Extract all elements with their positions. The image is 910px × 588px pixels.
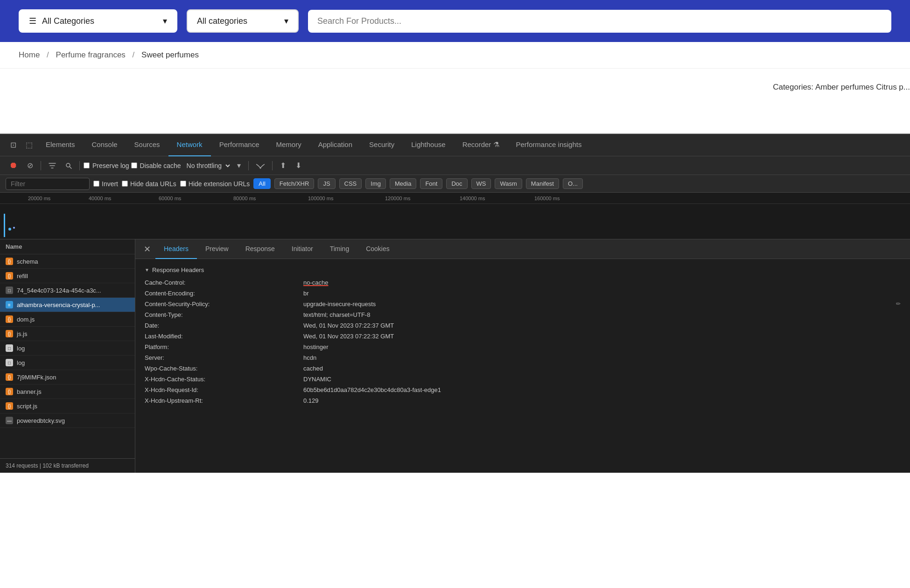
- tab-recorder[interactable]: Recorder ⚗: [454, 134, 508, 156]
- search-input[interactable]: [308, 10, 891, 33]
- record-stop-btn[interactable]: ⏺: [6, 159, 21, 172]
- breadcrumb-home[interactable]: Home: [19, 50, 40, 59]
- details-tab-cookies[interactable]: Cookies: [357, 239, 398, 259]
- toolbar-sep2: [79, 161, 80, 170]
- alhambra-name: alhambra-versencia-crystal-p...: [17, 301, 100, 308]
- disable-cache-checkbox[interactable]: [131, 162, 137, 168]
- search-btn[interactable]: [62, 161, 76, 171]
- filter-icon-btn[interactable]: [45, 160, 60, 171]
- breadcrumb-current: Sweet perfumes: [141, 50, 199, 59]
- header-hcdn-cache-value: DYNAMIC: [303, 376, 901, 383]
- svg-point-2: [259, 167, 261, 168]
- timeline-activity-bar: [4, 214, 5, 237]
- tab-security[interactable]: Security: [361, 134, 403, 156]
- filter-tag-css[interactable]: CSS: [339, 178, 362, 189]
- header-content-encoding: Content-Encoding: br: [145, 290, 901, 297]
- filter-tag-manifest[interactable]: Manifest: [526, 178, 559, 189]
- details-close-btn[interactable]: ✕: [139, 242, 155, 256]
- tab-network[interactable]: Network: [168, 134, 211, 156]
- wifi-icon-btn[interactable]: [252, 161, 268, 171]
- all-categories-label: All categories: [197, 16, 247, 26]
- list-item-domjs[interactable]: {} dom.js: [0, 312, 135, 327]
- header-csp: Content-Security-Policy: upgrade-insecur…: [145, 301, 901, 308]
- throttle-select[interactable]: No throttling: [183, 161, 231, 171]
- list-item-alhambra[interactable]: ≡ alhambra-versencia-crystal-p...: [0, 298, 135, 312]
- header-hcdn-upstream-name: X-Hcdn-Upstream-Rt:: [145, 397, 303, 404]
- hide-data-urls-label[interactable]: Hide data URLs: [122, 180, 176, 188]
- filter-tag-img[interactable]: Img: [365, 178, 386, 189]
- filter-tag-font[interactable]: Font: [420, 178, 442, 189]
- name-list-header: Name: [0, 239, 135, 254]
- filter-tag-other[interactable]: O...: [563, 178, 583, 189]
- all-categories-dropdown[interactable]: All categories ▾: [187, 9, 299, 33]
- timeline-dot-1: [8, 228, 11, 231]
- list-item-log1[interactable]: □ log: [0, 341, 135, 356]
- hide-extension-urls-checkbox[interactable]: [180, 181, 186, 187]
- upload-btn[interactable]: ⬆: [276, 159, 290, 172]
- filter-tag-wasm[interactable]: Wasm: [495, 178, 522, 189]
- tab-perf-insights[interactable]: Performance insights: [508, 134, 590, 156]
- preserve-log-checkbox[interactable]: [84, 162, 90, 168]
- disable-cache-label[interactable]: Disable cache: [131, 162, 181, 169]
- details-tab-response[interactable]: Response: [237, 239, 283, 259]
- list-item-scriptjs[interactable]: {} script.js: [0, 399, 135, 413]
- list-item-74[interactable]: □ 74_54e4c073-124a-454c-a3c...: [0, 283, 135, 298]
- categories-button[interactable]: ☰ All Categories ▾: [19, 9, 177, 33]
- tab-sources[interactable]: Sources: [126, 134, 168, 156]
- breadcrumb-perfume[interactable]: Perfume fragrances: [56, 50, 126, 59]
- header-wpo-name: Wpo-Cache-Status:: [145, 365, 303, 372]
- filter-tag-all[interactable]: All: [253, 178, 270, 189]
- clear-btn[interactable]: ⊘: [23, 159, 37, 172]
- tab-application[interactable]: Application: [310, 134, 361, 156]
- filter-tag-doc[interactable]: Doc: [446, 178, 467, 189]
- list-item-refill[interactable]: {} refill: [0, 269, 135, 283]
- svg-line-1: [70, 167, 72, 168]
- filter-tag-fetch-xhr[interactable]: Fetch/XHR: [274, 178, 315, 189]
- filter-tag-media[interactable]: Media: [390, 178, 416, 189]
- response-headers-title: ▼ Response Headers: [145, 266, 901, 273]
- list-item-json[interactable]: {} 7j9MIMFk.json: [0, 370, 135, 385]
- tab-performance[interactable]: Performance: [211, 134, 268, 156]
- filter-row: Invert Hide data URLs Hide extension URL…: [0, 175, 910, 193]
- log1-icon: □: [6, 344, 13, 352]
- dropdown-chevron-icon: ▾: [284, 16, 288, 26]
- domjs-icon: {}: [6, 315, 13, 323]
- devtools-dock-icon[interactable]: ⊡: [6, 138, 21, 152]
- details-tab-initiator[interactable]: Initiator: [283, 239, 322, 259]
- list-item-schema[interactable]: {} schema: [0, 254, 135, 269]
- header-last-modified: Last-Modified: Wed, 01 Nov 2023 07:22:32…: [145, 333, 901, 340]
- tab-memory[interactable]: Memory: [268, 134, 310, 156]
- header-wpo-value: cached: [303, 365, 901, 372]
- edit-icon[interactable]: ✏: [896, 301, 901, 307]
- refill-name: refill: [17, 273, 28, 280]
- list-item-svg[interactable]: — poweredbtcky.svg: [0, 413, 135, 428]
- invert-checkbox[interactable]: [93, 181, 99, 187]
- log2-name: log: [17, 359, 25, 366]
- list-item-bannerjs[interactable]: {} banner.js: [0, 385, 135, 399]
- preserve-log-label[interactable]: Preserve log: [84, 162, 129, 169]
- devtools-inspect-icon[interactable]: ⬚: [21, 138, 37, 152]
- timeline-chart[interactable]: [0, 204, 910, 239]
- details-tab-preview[interactable]: Preview: [197, 239, 237, 259]
- filter-input[interactable]: [6, 178, 90, 190]
- header-hcdn-cache: X-Hcdn-Cache-Status: DYNAMIC: [145, 376, 901, 383]
- tab-elements[interactable]: Elements: [37, 134, 84, 156]
- tab-lighthouse[interactable]: Lighthouse: [403, 134, 454, 156]
- filter-tag-ws[interactable]: WS: [471, 178, 491, 189]
- svg-name: poweredbtcky.svg: [17, 417, 65, 424]
- list-item-jsjs[interactable]: {} js.js: [0, 327, 135, 341]
- throttle-chevron-btn[interactable]: ▾: [233, 159, 245, 172]
- download-btn[interactable]: ⬇: [292, 159, 305, 172]
- list-item-log2[interactable]: □ log: [0, 356, 135, 370]
- details-tab-timing[interactable]: Timing: [322, 239, 358, 259]
- log1-name: log: [17, 345, 25, 352]
- toolbar-sep4: [272, 161, 273, 170]
- details-tab-headers[interactable]: Headers: [155, 239, 197, 259]
- hide-extension-urls-label[interactable]: Hide extension URLs: [180, 180, 250, 188]
- schema-icon: {}: [6, 258, 13, 265]
- invert-label[interactable]: Invert: [93, 180, 118, 188]
- tab-console[interactable]: Console: [84, 134, 126, 156]
- header-content-type-value: text/html; charset=UTF-8: [303, 311, 901, 318]
- filter-tag-js[interactable]: JS: [318, 178, 335, 189]
- hide-data-urls-checkbox[interactable]: [122, 181, 128, 187]
